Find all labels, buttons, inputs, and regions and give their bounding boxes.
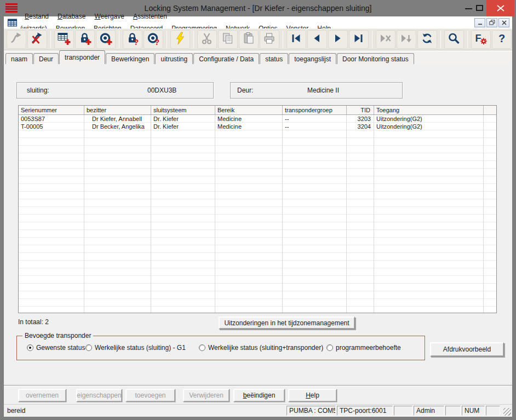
column-header-toegang[interactable]: Toegang bbox=[374, 106, 484, 114]
radio-unselected-icon[interactable] bbox=[326, 344, 333, 351]
toolbar-next-record-button[interactable] bbox=[328, 30, 348, 49]
toolbar-new-lock-button[interactable] bbox=[75, 30, 95, 49]
tab-strip: naamDeurtransponderBewerkingenuitrusting… bbox=[4, 50, 512, 64]
svg-text:?: ? bbox=[498, 32, 505, 44]
status-panel-pumba-com5: PUMBA : COM5 bbox=[286, 406, 336, 416]
radio-gewenste-status[interactable]: Gewenste status bbox=[27, 344, 85, 352]
toolbar-first-record-button[interactable] bbox=[286, 30, 306, 49]
search-icon bbox=[447, 32, 461, 48]
toolbar-flash-button[interactable] bbox=[170, 30, 190, 49]
tab-bewerkingen[interactable]: Bewerkingen bbox=[106, 53, 154, 64]
status-panel-empty bbox=[486, 406, 500, 416]
toolbar-cancel-arrow-button[interactable] bbox=[27, 30, 47, 49]
prev-record-icon bbox=[310, 32, 324, 48]
cell-serienummer: 0053S87 bbox=[19, 115, 84, 123]
minimize-icon[interactable] bbox=[465, 8, 472, 9]
mdi-minimize-icon[interactable] bbox=[474, 18, 485, 27]
toolbar: ??F? bbox=[4, 28, 512, 50]
menu-bar: BestandDatabaseWeergaveAssistenten (wiza… bbox=[4, 16, 512, 28]
table-row-0053s87[interactable]: 0053S87Dr Kiefer, AnnabellDr. KieferMedi… bbox=[19, 115, 496, 123]
toolbar-flow-arrow-button[interactable] bbox=[7, 30, 26, 49]
sluiting-fieldbox: sluiting: 00DXU3B bbox=[16, 82, 214, 99]
radio-label: programmeerbehoefte bbox=[336, 344, 401, 352]
tab-deur[interactable]: Deur bbox=[33, 53, 59, 64]
tab-door-monitoring-status[interactable]: Door Monitoring status bbox=[337, 53, 414, 64]
tab-configuratie-data[interactable]: Configuratie / Data bbox=[193, 53, 259, 64]
lock-query-icon: ? bbox=[125, 32, 140, 48]
toolbar-filter-settings-button[interactable]: F bbox=[471, 30, 491, 49]
radio-unselected-icon[interactable] bbox=[199, 344, 205, 351]
column-gridline bbox=[151, 115, 151, 313]
menu-item-weergave[interactable]: Weergave bbox=[90, 13, 128, 20]
toolbar-new-transponder-button[interactable] bbox=[96, 30, 116, 49]
radio-label: Gewenste status bbox=[36, 344, 85, 352]
tab-naam[interactable]: naam bbox=[5, 53, 33, 64]
toolbar-cancel-record-button[interactable] bbox=[376, 30, 395, 49]
be-indigen-button[interactable]: beëindigen bbox=[233, 389, 285, 402]
toolbar-prev-record-button[interactable] bbox=[307, 30, 327, 49]
column-header-filler bbox=[484, 106, 496, 114]
toolbar-help-button[interactable]: ? bbox=[492, 30, 512, 49]
toolbar-separator bbox=[50, 31, 51, 48]
table-body: 0053S87Dr Kiefer, AnnabellDr. KieferMedi… bbox=[19, 115, 496, 313]
radio-werkelijke-status-sluiting-transponder[interactable]: Werkelijke status (sluiting+transponder) bbox=[199, 344, 323, 352]
cell-sluitsysteem: Dr. Kiefer bbox=[151, 123, 215, 130]
tijdzone-exceptions-button[interactable]: Uitzonderingen in het tijdzonemanagement bbox=[219, 317, 355, 329]
toevoegen-button[interactable]: toevoegen bbox=[125, 389, 175, 402]
help-button[interactable]: Help bbox=[288, 389, 337, 402]
toolbar-refresh-button[interactable] bbox=[417, 30, 437, 49]
cell-bezitter: Dr Becker, Angelika bbox=[84, 123, 151, 130]
toolbar-separator bbox=[440, 31, 441, 48]
mdi-restore-icon[interactable] bbox=[486, 18, 497, 27]
radio-unselected-icon[interactable] bbox=[85, 344, 92, 351]
toolbar-new-locking-system-button[interactable] bbox=[54, 30, 74, 49]
resize-grip[interactable] bbox=[503, 408, 511, 416]
overnemen-button[interactable]: overnemen bbox=[18, 389, 66, 402]
column-header-sluitsysteem[interactable]: sluitsysteem bbox=[151, 106, 215, 114]
column-header-transpondergroep[interactable]: transpondergroep bbox=[283, 106, 347, 114]
toolbar-search-button[interactable] bbox=[444, 30, 464, 49]
cell-bereik: Medicine bbox=[215, 123, 283, 130]
menu-item-database[interactable]: Database bbox=[53, 13, 90, 20]
toolbar-copy-button[interactable] bbox=[218, 30, 238, 49]
tab-uitrusting[interactable]: uitrusting bbox=[155, 53, 193, 64]
maximize-icon[interactable] bbox=[476, 5, 483, 11]
radio-programmeerbehoefte[interactable]: programmeerbehoefte bbox=[326, 344, 401, 352]
flash-icon bbox=[173, 32, 187, 48]
tab-status[interactable]: status bbox=[260, 53, 288, 64]
status-panel-empty bbox=[445, 406, 461, 416]
toolbar-cut-button[interactable] bbox=[197, 30, 217, 49]
tab-transponder[interactable]: transponder bbox=[59, 50, 105, 64]
column-header-tid[interactable]: TID bbox=[347, 106, 374, 114]
transponder-table[interactable]: SerienummerbezittersluitsysteemBereiktra… bbox=[18, 105, 497, 313]
print-preview-button[interactable]: Afdrukvoorbeeld bbox=[430, 342, 504, 356]
sluiting-value: 00DXU3B bbox=[147, 87, 176, 94]
mdi-close-icon[interactable] bbox=[498, 18, 509, 27]
print-icon bbox=[262, 32, 277, 48]
toolbar-last-record-button[interactable] bbox=[349, 30, 369, 49]
cell-bereik: Medicine bbox=[215, 115, 283, 123]
mdi-document-icon[interactable] bbox=[8, 19, 17, 27]
tab-toegangslijst[interactable]: toegangslijst bbox=[289, 53, 336, 64]
close-icon[interactable] bbox=[486, 0, 514, 16]
groupbox-title: Bevoegde transponder bbox=[22, 332, 93, 340]
status-panel-num: NUM bbox=[462, 406, 485, 416]
cell-serienummer: T-00005 bbox=[19, 123, 84, 130]
radio-werkelijke-status-sluiting-g1[interactable]: Werkelijke status (sluiting) - G1 bbox=[85, 344, 186, 352]
toolbar-separator bbox=[283, 31, 283, 48]
toolbar-lock-query-button[interactable]: ? bbox=[123, 30, 142, 49]
radio-selected-icon[interactable] bbox=[27, 344, 33, 351]
table-row-t-00005[interactable]: T-00005Dr Becker, AngelikaDr. KieferMedi… bbox=[19, 123, 496, 130]
new-transponder-icon bbox=[99, 32, 113, 48]
column-header-bezitter[interactable]: bezitter bbox=[84, 106, 151, 114]
menu-item-bestand[interactable]: Bestand bbox=[20, 13, 53, 20]
toolbar-paste-button[interactable] bbox=[239, 30, 259, 49]
column-header-bereik[interactable]: Bereik bbox=[215, 106, 283, 114]
toolbar-print-button[interactable] bbox=[260, 30, 279, 49]
toolbar-transponder-query-button[interactable]: ? bbox=[144, 30, 163, 49]
toolbar-apply-record-button[interactable] bbox=[397, 30, 416, 49]
eigenschappen-button[interactable]: eigenschappen bbox=[76, 389, 122, 402]
verwijderen-button[interactable]: Verwijderen bbox=[183, 389, 230, 402]
cell-tid: 3203 bbox=[347, 115, 374, 123]
column-header-serienummer[interactable]: Serienummer bbox=[19, 106, 84, 114]
